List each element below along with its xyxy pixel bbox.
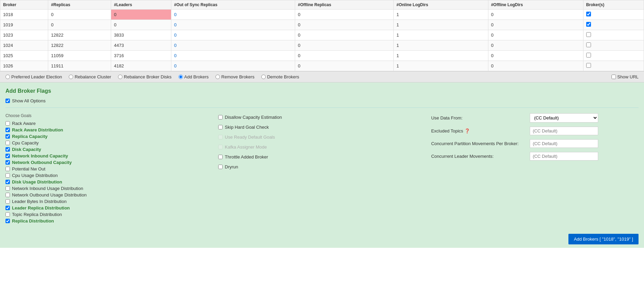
goal-checkbox[interactable] bbox=[5, 193, 10, 197]
goal-checkbox[interactable] bbox=[5, 199, 10, 204]
concurrent-leader-input[interactable] bbox=[530, 152, 598, 161]
radio-option-add-brokers[interactable] bbox=[179, 75, 183, 79]
goal-label: Topic Replica Distribution bbox=[12, 212, 62, 217]
table-cell[interactable] bbox=[583, 51, 644, 61]
table-row: 1018000010 bbox=[0, 10, 644, 20]
table-cell: 1 bbox=[394, 61, 488, 71]
broker-select-checkbox[interactable] bbox=[586, 12, 591, 16]
goal-label: Replica Distribution bbox=[12, 218, 54, 224]
goal-checkbox[interactable] bbox=[5, 160, 10, 165]
goal-checkbox[interactable] bbox=[5, 147, 10, 152]
broker-select-checkbox[interactable] bbox=[586, 53, 591, 58]
table-header: #Offline LogDirs bbox=[488, 0, 583, 10]
concurrent-leader-wrap bbox=[530, 152, 598, 161]
table-cell: 0 bbox=[488, 10, 583, 20]
show-url-checkbox[interactable] bbox=[612, 75, 616, 79]
table-cell: 1 bbox=[394, 40, 488, 51]
table-cell: 0 bbox=[171, 30, 295, 40]
flags-title: Add Broker Flags bbox=[5, 88, 639, 94]
goal-label: Potential Nw Out bbox=[12, 166, 45, 171]
goal-checkbox[interactable] bbox=[5, 206, 10, 210]
option-checkbox[interactable] bbox=[218, 125, 223, 129]
radio-option-demote-brokers[interactable] bbox=[261, 75, 266, 79]
broker-select-checkbox[interactable] bbox=[586, 32, 591, 37]
table-cell[interactable] bbox=[583, 10, 644, 20]
radio-option-label[interactable]: Rebalance Cluster bbox=[69, 74, 111, 79]
radio-option-text: Rebalance Broker Disks bbox=[124, 74, 171, 79]
goal-checkbox[interactable] bbox=[5, 167, 10, 171]
goal-checkbox[interactable] bbox=[5, 219, 10, 223]
broker-select-checkbox[interactable] bbox=[586, 22, 591, 27]
radio-option-label[interactable]: Remove Brokers bbox=[215, 74, 254, 79]
goal-checkbox[interactable] bbox=[5, 212, 10, 217]
radio-bar: Preferred Leader ElectionRebalance Clust… bbox=[0, 71, 644, 82]
concurrent-partitions-input[interactable] bbox=[530, 139, 598, 148]
show-all-checkbox[interactable] bbox=[5, 99, 10, 103]
option-item: Dryrun bbox=[218, 164, 425, 169]
option-item: Kafka Assigner Mode bbox=[218, 144, 425, 150]
radio-option-label[interactable]: Demote Brokers bbox=[261, 74, 299, 79]
broker-select-checkbox[interactable] bbox=[586, 42, 591, 47]
table-cell: 4182 bbox=[111, 61, 171, 71]
radio-option-label[interactable]: Add Brokers bbox=[179, 74, 209, 79]
table-header: #Online LogDirs bbox=[394, 0, 488, 10]
radio-option-label[interactable]: Rebalance Broker Disks bbox=[118, 74, 171, 79]
goal-label: Leader Bytes In Distribution bbox=[12, 199, 67, 204]
option-checkbox[interactable] bbox=[218, 115, 223, 119]
radio-option-remove-brokers[interactable] bbox=[215, 75, 220, 79]
table-cell[interactable] bbox=[583, 30, 644, 40]
option-checkbox bbox=[218, 145, 223, 149]
table-cell[interactable] bbox=[583, 20, 644, 30]
table-cell: 0 bbox=[295, 10, 394, 20]
table-cell: 0 bbox=[111, 20, 171, 30]
table-cell: 0 bbox=[295, 40, 394, 51]
goal-checkbox[interactable] bbox=[5, 121, 10, 126]
use-data-from-row: Use Data From: (CC Default)1h3h6h12h24h bbox=[431, 113, 639, 123]
goal-checkbox[interactable] bbox=[5, 186, 10, 191]
table-cell[interactable] bbox=[583, 61, 644, 71]
goal-checkbox[interactable] bbox=[5, 134, 10, 139]
table-cell: 0 bbox=[111, 10, 171, 20]
add-brokers-button[interactable]: Add Brokers [ "1018", "1019" ] bbox=[568, 234, 639, 244]
goal-checkbox[interactable] bbox=[5, 128, 10, 132]
goal-checkbox[interactable] bbox=[5, 180, 10, 184]
option-checkbox[interactable] bbox=[218, 155, 223, 159]
goal-checkbox[interactable] bbox=[5, 154, 10, 158]
option-checkbox[interactable] bbox=[218, 165, 223, 169]
goal-item: Topic Replica Distribution bbox=[5, 212, 213, 217]
table-cell: 0 bbox=[48, 10, 111, 20]
goals-column: Choose Goals Rack AwareRack Aware Distri… bbox=[5, 113, 213, 225]
goal-item: Cpu Capacity bbox=[5, 140, 213, 145]
use-data-from-select[interactable]: (CC Default)1h3h6h12h24h bbox=[530, 113, 598, 123]
table-cell: 0 bbox=[171, 10, 295, 20]
show-all-label[interactable]: Show All Options bbox=[12, 98, 45, 103]
table-cell: 0 bbox=[295, 30, 394, 40]
table-header: #Replicas bbox=[48, 0, 111, 10]
right-column: Use Data From: (CC Default)1h3h6h12h24h … bbox=[431, 113, 639, 165]
table-cell: 3833 bbox=[111, 30, 171, 40]
table-cell: 0 bbox=[171, 61, 295, 71]
broker-select-checkbox[interactable] bbox=[586, 63, 591, 68]
radio-option-pref-leader[interactable] bbox=[5, 75, 10, 79]
radio-option-rebalance-cluster[interactable] bbox=[69, 75, 73, 79]
goal-checkbox[interactable] bbox=[5, 173, 10, 178]
radio-option-rebalance-disks[interactable] bbox=[118, 75, 122, 79]
table-cell: 0 bbox=[488, 20, 583, 30]
excluded-topics-input[interactable] bbox=[530, 127, 598, 135]
flags-section: Add Broker Flags Show All Options Choose… bbox=[0, 82, 644, 230]
flags-columns: Choose Goals Rack AwareRack Aware Distri… bbox=[5, 113, 639, 225]
goal-label: Cpu Capacity bbox=[12, 140, 39, 145]
goal-item: Network Inbound Capacity bbox=[5, 153, 213, 158]
table-cell: 1024 bbox=[0, 40, 48, 51]
radio-option-label[interactable]: Preferred Leader Election bbox=[5, 74, 62, 79]
concurrent-partitions-label: Concurrent Partition Movements Per Broke… bbox=[431, 141, 527, 146]
goal-item: Disk Capacity bbox=[5, 147, 213, 152]
option-label: Dryrun bbox=[225, 164, 238, 169]
show-url-label[interactable]: Show URL bbox=[617, 74, 639, 79]
table-cell: 0 bbox=[488, 40, 583, 51]
table-cell: 0 bbox=[171, 20, 295, 30]
goal-checkbox[interactable] bbox=[5, 141, 10, 145]
table-row: 10231282238330010 bbox=[0, 30, 644, 40]
table-cell[interactable] bbox=[583, 40, 644, 51]
table-cell: 4473 bbox=[111, 40, 171, 51]
